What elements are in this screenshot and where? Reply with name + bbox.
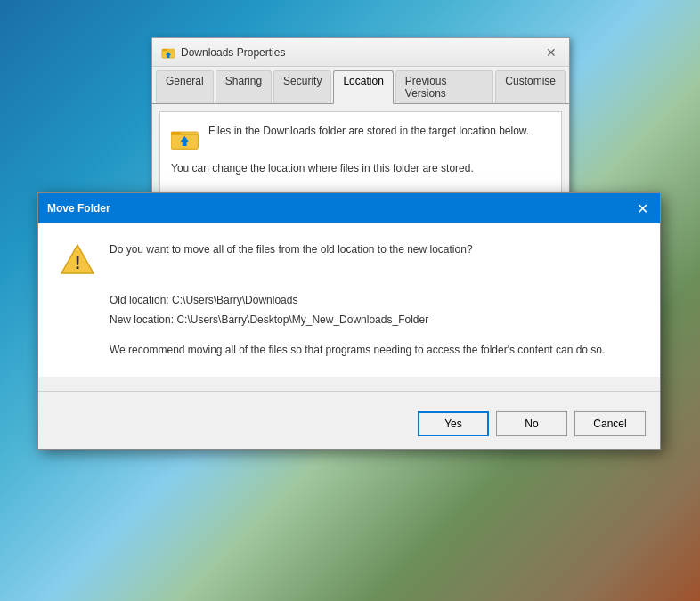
dialog-separator <box>38 391 660 392</box>
svg-rect-2 <box>162 49 167 51</box>
dialog-locations: Old location: C:\Users\Barry\Downloads N… <box>110 291 639 329</box>
dialog-yes-button[interactable]: Yes <box>418 411 489 436</box>
titlebar-left: Downloads Properties <box>161 45 285 60</box>
dialog-close-button[interactable]: ✕ <box>633 199 651 217</box>
dialog-titlebar: Move Folder ✕ <box>38 193 660 223</box>
dialog-body: ! Do you want to move all of the files f… <box>38 223 660 377</box>
properties-change-text: You can change the location where files … <box>171 160 550 176</box>
dialog-question-text: Do you want to move all of the files fro… <box>110 241 473 258</box>
tab-sharing[interactable]: Sharing <box>216 70 272 103</box>
downloads-icon <box>161 45 175 60</box>
tab-previous-versions[interactable]: Previous Versions <box>395 70 494 103</box>
dialog-icon-row: ! Do you want to move all of the files f… <box>60 241 639 277</box>
properties-close-button[interactable]: ✕ <box>542 44 560 61</box>
properties-info-text: Files in the Downloads folder are stored… <box>208 123 529 139</box>
tab-customise[interactable]: Customise <box>495 70 566 103</box>
tabs-bar: General Sharing Security Location Previo… <box>152 67 569 104</box>
tab-location[interactable]: Location <box>333 70 393 104</box>
dialog-recommend-text: We recommend moving all of the files so … <box>110 342 639 359</box>
properties-info-row: Files in the Downloads folder are stored… <box>171 123 550 151</box>
properties-titlebar: Downloads Properties ✕ <box>152 38 569 67</box>
dialog-no-button[interactable]: No <box>496 411 567 436</box>
old-location-path: C:\Users\Barry\Downloads <box>172 294 297 306</box>
warning-icon: ! <box>60 241 95 277</box>
old-location-label: Old location: <box>110 294 172 306</box>
svg-text:!: ! <box>75 253 81 272</box>
properties-title: Downloads Properties <box>181 46 285 59</box>
new-location-label: New location: <box>110 313 176 326</box>
tab-security[interactable]: Security <box>273 70 331 103</box>
tab-general[interactable]: General <box>156 70 214 103</box>
folder-large-icon <box>171 126 199 151</box>
dialog-cancel-button[interactable]: Cancel <box>574 411 646 436</box>
move-folder-dialog: Move Folder ✕ ! Do you want to move all … <box>37 192 661 450</box>
dialog-buttons: Yes No Cancel <box>38 402 660 449</box>
new-location-path: C:\Users\Barry\Desktop\My_New_Downloads_… <box>176 313 428 326</box>
svg-rect-6 <box>171 132 181 134</box>
dialog-title: Move Folder <box>47 202 110 215</box>
